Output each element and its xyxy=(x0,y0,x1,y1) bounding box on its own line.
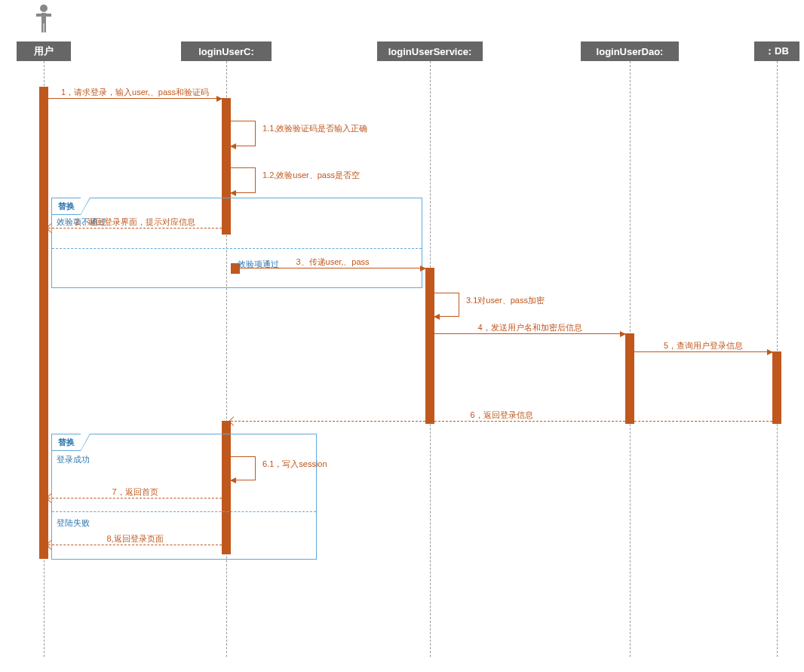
fragment-divider xyxy=(52,511,316,512)
message-label: 1，请求登录，输入user,、pass和验证码 xyxy=(48,87,222,98)
message-label: 1.1,效验验证码是否输入正确 xyxy=(262,123,367,134)
activation-5 xyxy=(772,351,781,424)
message-label: 6.1，写入session xyxy=(262,459,327,470)
arrow-icon xyxy=(620,331,626,337)
arrow-icon xyxy=(767,349,773,355)
svg-rect-3 xyxy=(41,23,44,32)
message-m5: 5，查询用户登录信息 xyxy=(634,351,772,353)
fragment-divider xyxy=(52,248,422,249)
self-message-s61: 6.1，写入session xyxy=(231,456,256,480)
message-label: 1.2,效验user、pass是否空 xyxy=(262,170,360,181)
fragment-guard: 登录成功 xyxy=(57,454,90,465)
message-label: 3.1对user、pass加密 xyxy=(466,295,545,306)
svg-rect-4 xyxy=(44,23,47,32)
message-m2: 2，返回登录界面，提示对应信息 xyxy=(48,228,222,229)
participant-db: ：DB xyxy=(754,41,799,61)
participant-ctrl: loginUserC: xyxy=(181,41,272,61)
svg-point-0 xyxy=(40,5,48,12)
svg-rect-2 xyxy=(36,14,51,17)
message-label: 4，发送用户名和加密后信息 xyxy=(434,322,625,333)
sequence-diagram: 用户loginUserC:loginUserService:loginUserD… xyxy=(0,0,804,672)
message-label: 8,返回登录页面 xyxy=(48,533,222,545)
message-m8: 8,返回登录页面 xyxy=(48,545,222,546)
participant-user: 用户 xyxy=(17,41,71,61)
arrow-icon xyxy=(230,143,236,149)
message-label: 2，返回登录界面，提示对应信息 xyxy=(48,216,222,228)
activation-3 xyxy=(425,268,434,424)
fragment-f1: 替换效验项不通过效验项通过 xyxy=(51,198,422,288)
self-message-s31: 3.1对user、pass加密 xyxy=(434,293,459,317)
message-m6: 6，返回登录信息 xyxy=(231,421,772,422)
message-m4: 4，发送用户名和加密后信息 xyxy=(434,333,625,335)
participant-dao: loginUserDao: xyxy=(581,41,679,61)
message-m7: 7，返回首页 xyxy=(48,498,222,499)
arrow-icon xyxy=(230,477,236,483)
message-label: 3、传递user,、pass xyxy=(240,256,425,268)
fragment-label: 替换 xyxy=(51,198,81,215)
message-m1: 1，请求登录，输入user,、pass和验证码 xyxy=(48,98,222,100)
message-m3: 3、传递user,、pass xyxy=(240,268,425,269)
arrow-icon xyxy=(420,265,426,272)
message-label: 6，返回登录信息 xyxy=(231,410,772,421)
actor-icon xyxy=(35,4,53,34)
fragment-label: 替换 xyxy=(51,434,81,451)
arrow-icon xyxy=(230,190,236,196)
self-message-s12: 1.2,效验user、pass是否空 xyxy=(231,167,256,193)
fragment-guard: 登陆失败 xyxy=(57,517,90,529)
arrow-icon xyxy=(216,96,222,102)
self-message-s11: 1.1,效验验证码是否输入正确 xyxy=(231,121,256,146)
arrow-icon xyxy=(434,314,440,320)
message-label: 5，查询用户登录信息 xyxy=(634,340,772,351)
participant-svc: loginUserService: xyxy=(377,41,483,61)
activation-0 xyxy=(39,87,48,559)
message-label: 7，返回首页 xyxy=(48,486,222,498)
